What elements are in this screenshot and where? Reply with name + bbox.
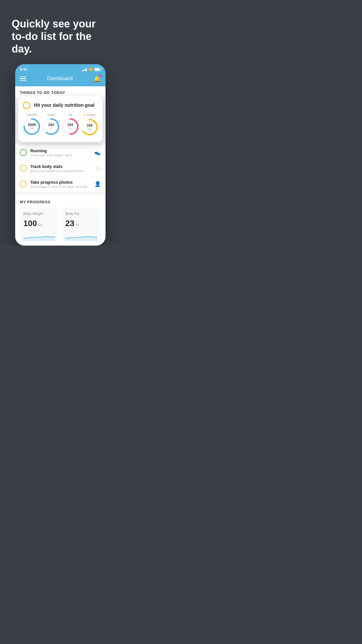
ring-unit: g (87, 127, 92, 130)
sparkline-svg (23, 232, 55, 241)
sparkline (65, 232, 97, 241)
progress-card: Body Weight100kg (20, 208, 59, 241)
nutrition-label-text: Calories (27, 113, 37, 116)
ring-center-text: 2000 cal (28, 123, 36, 130)
nutrition-item: ★Protein 164 g (80, 113, 99, 136)
progress-cards-row: Body Weight100kg Body Fat23% (20, 208, 101, 241)
nutrition-label: Carbs (47, 113, 55, 116)
check-circle-yellow[interactable] (20, 181, 27, 188)
star-icon: ★ (83, 113, 86, 117)
phone-mockup: 9:41 📶 Dashboard (15, 64, 106, 246)
ring-container: 2000 cal (23, 118, 41, 136)
todo-item[interactable]: Take progress photosAdd images of your f… (15, 176, 106, 192)
sparkline-svg (65, 232, 97, 241)
notification-dot (99, 75, 101, 77)
ring-unit: g (67, 127, 73, 130)
todo-subtitle: Track your stats (target: 5km) (30, 153, 91, 157)
ring-unit: cal (28, 127, 36, 130)
status-icons: 📶 (82, 67, 101, 71)
progress-card-value: 23% (65, 219, 97, 228)
status-time: 9:41 (20, 67, 27, 71)
check-circle-yellow[interactable] (20, 165, 27, 172)
ring-center-text: 164 g (87, 124, 92, 130)
todo-content: Track body statsEnter your weight and me… (30, 164, 93, 173)
ring-unit: g (48, 127, 54, 130)
progress-section: MY PROGRESS Body Weight100kg Body Fat23% (15, 195, 106, 246)
progress-heading: MY PROGRESS (20, 200, 101, 204)
ring-center-text: 164 g (48, 123, 54, 130)
signal-icon (82, 68, 87, 71)
progress-card: Body Fat23% (62, 208, 101, 241)
todo-item[interactable]: Track body statsEnter your weight and me… (15, 161, 106, 176)
progress-card-unit: kg (38, 223, 42, 227)
nutrition-label: ★Protein (83, 113, 96, 117)
notification-bell[interactable]: 🔔 (94, 75, 101, 82)
todo-content: Take progress photosAdd images of your f… (30, 180, 91, 188)
sparkline (23, 232, 55, 241)
nutrition-item: Calories 2000 cal (23, 113, 41, 136)
hero-section: Quickly see your to-do list for the day. (0, 0, 121, 64)
progress-card-number: 100 (23, 219, 37, 228)
ring-container: 164 g (61, 118, 79, 136)
nutrition-label: Calories (27, 113, 37, 116)
nutrition-label-text: Carbs (47, 113, 55, 116)
todo-list: RunningTrack your stats (target: 5km)👟Tr… (15, 145, 106, 192)
app-body: THINGS TO DO TODAY Hit your daily nutrit… (15, 86, 106, 246)
nutrition-item: Fat 164 g (61, 113, 79, 136)
battery-icon (94, 68, 101, 71)
nutrition-card: Hit your daily nutrition goal Calories 2… (18, 96, 103, 142)
wifi-icon: 📶 (89, 67, 93, 71)
check-circle-green[interactable] (20, 149, 27, 156)
todo-content: RunningTrack your stats (target: 5km) (30, 148, 91, 157)
progress-card-unit: % (75, 223, 79, 227)
nutrition-item: Carbs 164 g (42, 113, 60, 136)
progress-card-title: Body Fat (65, 212, 97, 216)
background-wrapper: Quickly see your to-do list for the day.… (0, 0, 121, 246)
person-icon: 👤 (94, 181, 101, 187)
ring-container: 164 g (42, 118, 60, 136)
nutrition-label: Fat (68, 113, 72, 116)
card-header-row: Hit your daily nutrition goal (23, 102, 98, 109)
todo-subtitle: Add images of your front, back, and side (30, 185, 91, 188)
todo-subtitle: Enter your weight and measurements (30, 169, 93, 173)
menu-button[interactable] (20, 76, 26, 81)
today-section-heading: THINGS TO DO TODAY (15, 86, 106, 97)
todo-item[interactable]: RunningTrack your stats (target: 5km)👟 (15, 145, 106, 161)
scale-icon: ⚖ (96, 165, 101, 172)
todo-title: Take progress photos (30, 180, 91, 185)
progress-card-value: 100kg (23, 219, 55, 228)
app-header: Dashboard 🔔 (15, 72, 106, 86)
todo-title: Running (30, 148, 91, 153)
nutrition-circles-row: Calories 2000 cal Carbs 164 g Fat (23, 113, 98, 136)
todo-title: Track body stats (30, 164, 93, 169)
progress-card-title: Body Weight (23, 212, 55, 216)
app-title: Dashboard (47, 76, 73, 82)
shoe-icon: 👟 (94, 149, 101, 156)
nutrition-label-text: Fat (68, 113, 72, 116)
ring-center-text: 164 g (67, 123, 73, 130)
status-bar: 9:41 📶 (15, 64, 106, 72)
nutrition-card-title: Hit your daily nutrition goal (34, 103, 94, 108)
nutrition-check-circle[interactable] (23, 102, 30, 109)
hero-title: Quickly see your to-do list for the day. (12, 18, 109, 55)
progress-card-number: 23 (65, 219, 74, 228)
ring-container: 164 g (80, 118, 99, 136)
nutrition-label-text: Protein (87, 113, 96, 117)
